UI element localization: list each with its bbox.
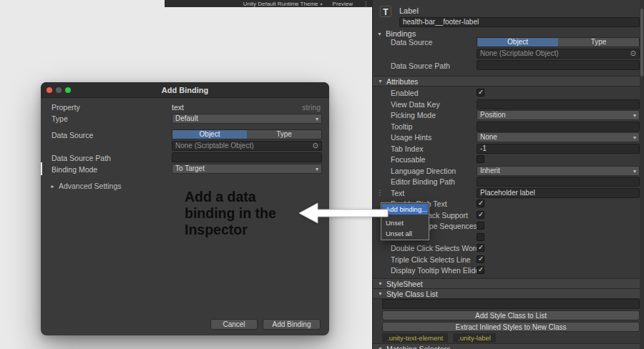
object-tab[interactable]: Object — [477, 38, 558, 46]
focusable-checkbox[interactable] — [477, 155, 484, 163]
type-tab[interactable]: Type — [558, 38, 639, 46]
attribute-row-picking-mode: Picking Mode Position ▾ — [373, 109, 644, 121]
data-source-label: Data Source — [52, 130, 93, 140]
inspector-panel: T Label health-bar__footer-label ▼ Bindi… — [372, 0, 644, 349]
attribute-row-language-direction: Language Direction Inherit ▾ — [373, 165, 644, 177]
chevron-down-icon: ▾ — [633, 134, 636, 142]
scrollbar-thumb[interactable] — [640, 9, 643, 77]
parse-escape-sequences-checkbox[interactable] — [477, 222, 484, 230]
attribute-row-tab-index: Tab Index -1 — [373, 143, 644, 154]
data-source-label: Data Source — [391, 37, 432, 47]
attribute-row-view-data-key: View Data Key — [373, 99, 644, 110]
display-tooltip-when-elided-checkbox[interactable] — [477, 266, 484, 274]
foldout-open-icon: ▼ — [378, 79, 383, 84]
attribute-row-display-tooltip-when-elided: Display Tooltip When Elided — [373, 265, 644, 276]
attributes-rows: Enabled View Data Key Picking Mode Posit… — [373, 87, 644, 276]
tooltip-field[interactable] — [477, 122, 640, 132]
enabled-checkbox[interactable] — [477, 89, 484, 97]
advanced-settings-foldout[interactable]: ► Advanced Settings — [50, 182, 122, 190]
type-label: Type — [52, 114, 68, 124]
triple-click-selects-line-checkbox[interactable] — [477, 255, 484, 263]
callout-arrow-icon — [298, 201, 389, 225]
theme-dropdown[interactable]: Unity Default Runtime Theme ▾ — [243, 1, 323, 7]
emoji-fallback-support-checkbox[interactable] — [477, 211, 484, 219]
element-name-field[interactable]: health-bar__footer-label — [399, 17, 640, 27]
property-value: text — [172, 102, 184, 112]
view-data-key-field[interactable] — [477, 99, 640, 109]
attribute-row-triple-click-selects-line: Triple Click Selects Line — [373, 254, 644, 265]
chevron-down-icon: ▾ — [633, 167, 636, 175]
foldout-closed-icon: ► — [50, 184, 55, 189]
language-direction-dropdown[interactable]: Inherit ▾ — [477, 166, 640, 176]
data-source-toggle: Object Type — [172, 129, 322, 139]
attribute-row-text: ⋮ Text Placeholder label — [373, 187, 644, 199]
usage-hints-dropdown[interactable]: None ▾ — [477, 132, 640, 142]
attributes-header[interactable]: ▼ Attributes — [373, 76, 644, 87]
attribute-row-enabled: Enabled — [373, 87, 644, 99]
object-picker-icon[interactable]: ⊙ — [313, 142, 318, 150]
callout-text: Add a data binding in the Inspector — [185, 189, 276, 238]
binding-mode-label: Binding Mode — [52, 164, 97, 174]
editor-binding-path-field[interactable] — [477, 177, 640, 187]
enable-rich-text-checkbox[interactable] — [477, 200, 484, 207]
chevron-down-icon: ▾ — [633, 112, 636, 119]
element-type: Label — [399, 6, 419, 15]
foldout-open-icon: ▼ — [378, 281, 383, 286]
tab-index-field[interactable]: -1 — [477, 144, 640, 154]
dialog-titlebar[interactable]: Add Binding — [41, 82, 329, 98]
style-class-list-header[interactable]: ▼ Style Class List — [373, 288, 644, 299]
type-dropdown[interactable]: Default ▾ — [172, 114, 322, 124]
attribute-row-editor-binding-path: Editor Binding Path — [373, 176, 644, 187]
style-class-pill[interactable]: .unity-text-element — [382, 333, 448, 343]
data-source-path-label: Data Source Path — [52, 153, 111, 163]
style-class-input[interactable] — [382, 299, 640, 309]
chevron-down-icon: ▾ — [316, 115, 318, 123]
foldout-open-icon: ▼ — [378, 291, 383, 296]
label-element-icon: T — [380, 6, 391, 17]
property-type-hint: string — [302, 102, 321, 112]
chevron-down-icon: ▾ — [316, 165, 318, 173]
data-source-path-label: Data Source Path — [391, 61, 450, 71]
matching-selectors-header[interactable]: ▼ Matching Selectors — [373, 343, 644, 349]
zoom-button[interactable] — [65, 87, 71, 93]
preview-toggle[interactable]: Preview — [333, 1, 353, 7]
object-tab[interactable]: Object — [172, 130, 247, 139]
add-binding-button[interactable]: Add Binding — [263, 319, 321, 330]
binding-mode-dropdown[interactable]: To Target ▾ — [172, 164, 322, 174]
close-button[interactable] — [47, 87, 52, 93]
object-field[interactable]: None (Scriptable Object) ⊙ — [477, 49, 640, 59]
attribute-row-focusable: Focusable — [373, 154, 644, 165]
attribute-row-usage-hints: Usage Hints None ▾ — [373, 132, 644, 143]
add-style-class-button[interactable]: Add Style Class to List — [382, 310, 640, 320]
double-click-selects-word-checkbox[interactable] — [477, 244, 484, 252]
selectable-checkbox[interactable] — [477, 233, 484, 241]
attribute-row-tooltip: Tooltip — [373, 121, 644, 132]
minimize-button[interactable] — [56, 87, 62, 93]
style-class-pill[interactable]: .unity-label — [453, 333, 496, 343]
object-picker-icon[interactable]: ⊙ — [630, 49, 636, 58]
viewport-toolbar: Unity Default Runtime Theme ▾ Preview ⋮ — [165, 0, 372, 7]
type-tab[interactable]: Type — [247, 130, 321, 139]
cancel-button[interactable]: Cancel — [210, 319, 258, 330]
menu-item-unset-all[interactable]: Unset all — [382, 228, 428, 239]
data-source-path-field[interactable] — [477, 60, 640, 70]
text-field[interactable]: Placeholder label — [477, 188, 640, 198]
data-source-path-field[interactable] — [172, 152, 322, 162]
drag-handle-icon[interactable]: ⋮ — [376, 188, 384, 198]
dialog-title: Add Binding — [41, 82, 329, 98]
stylesheet-header[interactable]: ▼ StyleSheet — [373, 278, 644, 289]
object-field[interactable]: None (Scriptable Object) ⊙ — [172, 141, 322, 151]
inspector-scrollbar — [640, 0, 644, 349]
attribute-row-double-click-selects-word: Double Click Selects Word — [373, 242, 644, 254]
picking-mode-dropdown[interactable]: Position ▾ — [477, 110, 640, 120]
modified-indicator — [41, 162, 42, 175]
foldout-open-icon: ▼ — [378, 346, 383, 349]
foldout-open-icon: ▼ — [377, 31, 382, 36]
data-source-toggle: Object Type — [477, 37, 640, 47]
chevron-down-icon: ▾ — [321, 1, 323, 6]
property-label: Property — [52, 102, 80, 112]
extract-inlined-styles-button[interactable]: Extract Inlined Styles to New Class — [382, 322, 640, 332]
overflow-menu-icon[interactable]: ⋮ — [363, 1, 369, 7]
